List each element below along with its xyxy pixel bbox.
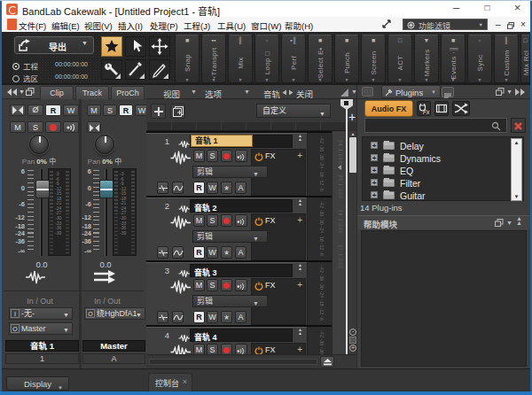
svg-text:Fx: Fx: [423, 109, 430, 114]
